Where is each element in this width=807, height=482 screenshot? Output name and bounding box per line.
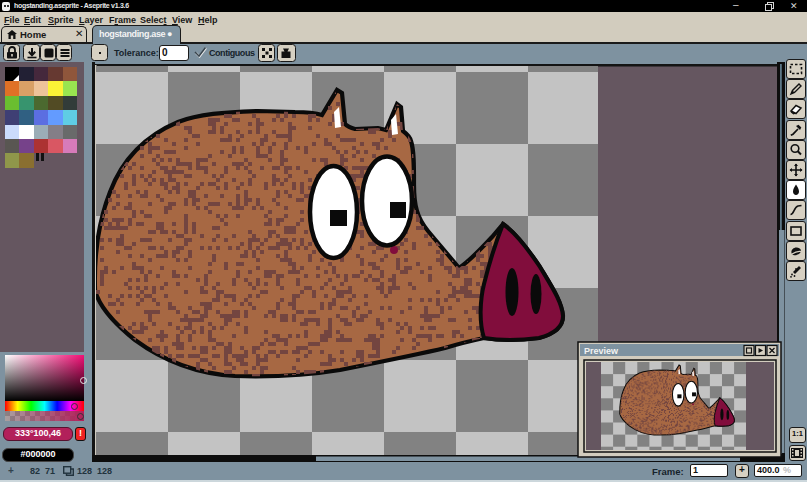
svg-text:Preview: Preview <box>584 346 619 356</box>
